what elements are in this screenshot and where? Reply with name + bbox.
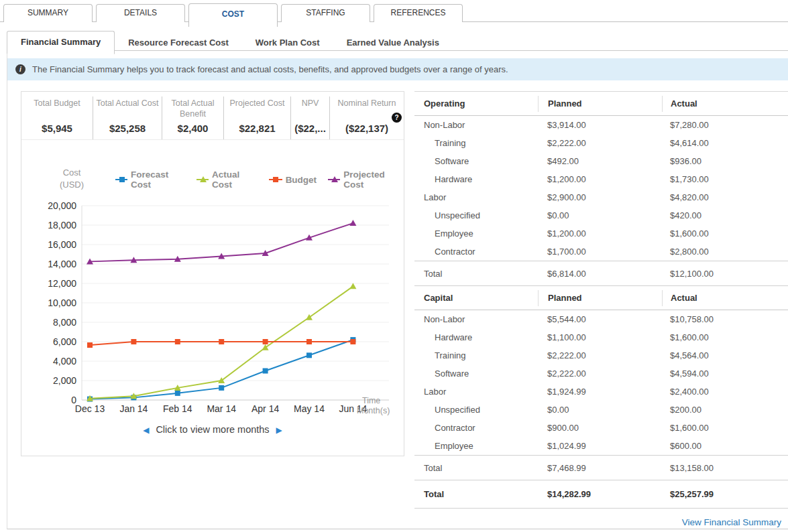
actual-value: $4,594.00 (662, 369, 788, 379)
legend-budget[interactable]: Budget (269, 175, 317, 185)
legend-actual-cost[interactable]: Actual Cost (196, 170, 258, 190)
view-financial-summary-link[interactable]: View Financial Summary (682, 517, 781, 527)
x-tick-label: Feb 14 (163, 403, 192, 414)
planned-value: $5,544.00 (538, 314, 662, 324)
pager-prev-icon[interactable]: ◀ (136, 425, 156, 435)
subtab-earned-value-analysis[interactable]: Earned Value Analysis (333, 32, 453, 54)
legend-projected-cost[interactable]: Projected Cost (328, 170, 401, 190)
row-label: Software (414, 369, 538, 379)
chart-month-pager: ◀Click to view more months▶ (21, 424, 404, 435)
cost-tab-panel: i The Financial Summary helps you to tra… (7, 50, 788, 529)
section-total-row: Total$7,468.99$13,158.00 (414, 455, 788, 480)
actual-value: $1,600.00 (662, 423, 788, 433)
y-tick-label: 14,000 (48, 259, 76, 269)
y-tick-label: 12,000 (48, 278, 76, 289)
y-tick-label: 16,000 (48, 239, 76, 250)
actual-value: $600.00 (662, 441, 788, 451)
planned-value: Planned (538, 96, 662, 112)
tab-staffing[interactable]: STAFFING (281, 4, 370, 22)
actual-value: $7,280.00 (662, 120, 788, 130)
actual-value: $420.00 (662, 210, 788, 220)
data-point (219, 385, 224, 391)
row-label: Unspecified (414, 405, 538, 415)
stat-value: ($22,137) (330, 123, 404, 139)
actual-value: $1,730.00 (662, 174, 788, 184)
stat-label: Projected Cost (224, 96, 290, 109)
table-row-employee: Employee$1,024.99$600.00 (414, 437, 788, 455)
actual-value: $13,158.00 (662, 463, 788, 473)
legend-forecast-cost[interactable]: Forecast Cost (115, 170, 185, 190)
stat-nominal-return: Nominal Return($22,137)? (330, 96, 404, 139)
tab-details[interactable]: DETAILS (96, 4, 185, 22)
planned-value: $2,222.00 (538, 369, 662, 379)
question-circle-icon[interactable]: ? (392, 113, 402, 123)
section-header-capital: CapitalPlannedActual (414, 286, 788, 310)
table-row-hardware: Hardware$1,100.00$1,600.00 (414, 328, 788, 346)
planned-value: $1,200.00 (538, 228, 662, 239)
y-tick-label: 10,000 (48, 297, 76, 308)
stat-npv: NPV($22,... (291, 96, 330, 139)
x-tick-label: Apr 14 (251, 403, 279, 414)
stat-projected-cost: Projected Cost$22,821 (224, 96, 291, 139)
table-row-software: Software$2,222.00$4,594.00 (414, 364, 788, 383)
actual-value: $2,400.00 (662, 387, 788, 397)
table-row-training: Training$2,222.00$4,614.00 (414, 134, 788, 152)
data-point (175, 391, 180, 396)
table-row-labor: Labor$1,924.99$2,400.00 (414, 383, 788, 401)
planned-value: $1,100.00 (538, 332, 662, 342)
planned-value: $492.00 (538, 156, 662, 166)
data-point (262, 344, 269, 350)
actual-value: $12,100.00 (662, 269, 788, 279)
square-marker-icon (115, 176, 127, 184)
legend-label: Projected Cost (343, 170, 401, 190)
planned-value: $2,222.00 (538, 138, 662, 148)
row-label: Employee (414, 228, 538, 239)
planned-value: $6,814.00 (538, 269, 662, 279)
legend-label: Forecast Cost (131, 170, 185, 190)
planned-value: $900.00 (538, 423, 662, 433)
table-row-non-labor: Non-Labor$3,914.00$7,280.00 (414, 116, 788, 134)
pager-next-icon[interactable]: ▶ (270, 425, 289, 435)
table-row-labor: Labor$2,900.00$4,820.00 (414, 188, 788, 206)
planned-value: $1,700.00 (538, 247, 662, 257)
x-axis-label: Time Month(s) (357, 396, 405, 416)
tab-cost[interactable]: COST (188, 3, 278, 27)
data-point (349, 220, 356, 226)
subtab-work-plan-cost[interactable]: Work Plan Cost (242, 32, 333, 54)
x-tick-label: Mar 14 (207, 403, 236, 414)
row-label: Training (414, 350, 538, 360)
row-label: Total (414, 269, 538, 279)
data-point (87, 342, 93, 348)
data-point (349, 283, 356, 289)
row-label: Labor (414, 192, 538, 202)
x-tick-label: Jan 14 (119, 403, 148, 414)
planned-value: $1,200.00 (538, 174, 662, 184)
stat-total-actual-benefit: Total Actual Benefit$2,400 (162, 96, 224, 139)
stat-label: Total Budget (21, 96, 93, 109)
planned-value: $14,282.99 (538, 489, 662, 499)
tab-references[interactable]: REFERENCES (374, 4, 463, 22)
y-tick-label: 4,000 (53, 356, 76, 367)
main-tab-bar: SUMMARYDETAILSCOSTSTAFFINGREFERENCES (0, 0, 788, 22)
subtab-financial-summary[interactable]: Financial Summary (7, 31, 115, 54)
row-label: Hardware (414, 174, 538, 184)
x-tick-label: Dec 13 (75, 403, 105, 414)
pager-label[interactable]: Click to view more months (156, 424, 269, 435)
table-row-training: Training$2,222.00$4,564.00 (414, 346, 788, 364)
tab-summary[interactable]: SUMMARY (3, 4, 93, 22)
cost-breakdown-table: OperatingPlannedActualNon-Labor$3,914.00… (414, 91, 788, 509)
planned-value: $1,024.99 (538, 441, 662, 451)
table-row-contractor: Contractor$900.00$1,600.00 (414, 419, 788, 437)
planned-value: $0.00 (538, 405, 662, 415)
actual-value: $200.00 (662, 405, 788, 415)
actual-value: Actual (662, 96, 788, 112)
info-icon: i (15, 64, 25, 74)
table-row-employee: Employee$1,200.00$1,600.00 (414, 224, 788, 243)
actual-value: $25,257.99 (662, 489, 788, 499)
summary-stats-row: Total Budget$5,945Total Actual Cost$25,2… (21, 92, 404, 140)
actual-value: $10,758.00 (662, 314, 788, 324)
info-banner: i The Financial Summary helps you to tra… (7, 58, 788, 80)
stat-value: $22,821 (224, 123, 290, 139)
subtab-resource-forecast-cost[interactable]: Resource Forecast Cost (115, 32, 242, 54)
info-banner-text: The Financial Summary helps you to track… (32, 64, 508, 74)
